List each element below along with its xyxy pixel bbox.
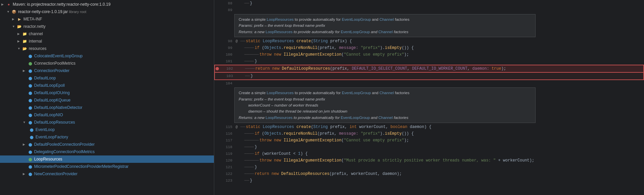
code-line-122: 122 ————return new DefaultLoopResources(…	[214, 171, 644, 177]
default-loop-item[interactable]: ⬤ DefaultLoop	[0, 74, 214, 82]
default-loop-resources-item[interactable]: ⬤ DefaultLoopResources	[0, 119, 214, 126]
maven-header[interactable]: ● Maven: io.projectreactor.netty:reactor…	[0, 1, 214, 8]
line-number: 118	[226, 145, 232, 149]
line-number: 89	[228, 8, 232, 12]
javadoc-link: Channel	[378, 116, 393, 120]
line-gutter-104: 104	[214, 81, 234, 85]
package-icon: 📁	[22, 39, 27, 44]
code-text: ————}	[243, 164, 257, 171]
line-gutter-99: 99	[214, 46, 234, 50]
javadoc-param-label: Params: prefix – the event loop thread n…	[239, 23, 325, 27]
line-gutter-119: 119	[214, 152, 234, 156]
class-icon: ⬤	[27, 75, 33, 81]
reactor-netty-item[interactable]: 📂 reactor.netty	[0, 23, 214, 30]
code-line-121: 121 ————}	[214, 164, 644, 171]
javadoc-text: and	[371, 91, 380, 95]
meta-inf-item[interactable]: ▶ META-INF	[0, 15, 214, 23]
default-loop-nio-item[interactable]: ⬤ DefaultLoopNIO	[0, 111, 214, 119]
code-text: ————if (Objects.requireNonNull(prefix, m…	[243, 45, 414, 51]
package-icon: 📁	[22, 31, 27, 37]
colocated-item[interactable]: ⬤ ColocatedEventLoopGroup	[0, 52, 214, 60]
colocated-label: ColocatedEventLoopGroup	[34, 54, 83, 58]
delegating-item[interactable]: ⬤ DelegatingConnectionPoolMetrics	[0, 148, 214, 155]
annotation-space	[236, 74, 242, 78]
file-tree-sidebar[interactable]: ● Maven: io.projectreactor.netty:reactor…	[0, 0, 214, 195]
line-gutter-115: 115	[214, 125, 234, 129]
code-content-area: 88 ——} 89 Create a simple LoopResources …	[214, 0, 644, 184]
javadoc-returns-2: Returns: a new LoopResources to provide …	[239, 115, 531, 121]
line-gutter-89: 89	[214, 8, 234, 12]
javadoc-params-2c: daemon – should the thread be released o…	[239, 108, 531, 114]
annotation-space	[236, 179, 242, 183]
default-loop-nio-label: DefaultLoopNIO	[34, 113, 63, 117]
javadoc-param-label: workerCount – number of worker threads	[239, 103, 318, 107]
code-panel: 88 ——} 89 Create a simple LoopResources …	[214, 0, 644, 195]
new-conn-provider-item[interactable]: ⬤ NewConnectionProvider	[0, 170, 214, 178]
micrometer-item[interactable]: ⬤ MicrometerPooledConnectionProviderMete…	[0, 163, 214, 170]
code-text	[243, 7, 247, 13]
class-icon: ⬤	[27, 68, 33, 73]
class-icon: ⬤	[29, 134, 34, 140]
arrow-icon	[12, 17, 17, 21]
code-line-100: 100 ——————throw new IllegalArgumentExcep…	[214, 51, 644, 58]
javadoc-box-2: Create a simple LoopResources to provide…	[234, 87, 536, 123]
code-line-123: 123 ——}	[214, 177, 644, 184]
conn-pool-metrics-item[interactable]: ⬤ ConnectionPoolMetrics	[0, 60, 214, 67]
code-text: ————}	[243, 58, 257, 65]
loop-resources-item[interactable]: ⬤ LoopResources	[0, 155, 214, 163]
delegating-label: DelegatingConnectionPoolMetrics	[34, 149, 95, 154]
code-line-120: 120 ——————throw new IllegalArgumentExcep…	[214, 157, 644, 164]
annotation-space	[236, 82, 242, 85]
code-text: ——}	[243, 0, 252, 7]
javadoc-text: factories	[394, 91, 410, 95]
code-line-98: 98 @ ——static LoopResources create(Strin…	[214, 38, 644, 45]
javadoc-return-label: Returns: a new	[239, 30, 266, 34]
javadoc-text: to provide automatically for	[294, 91, 342, 95]
arrow-icon	[17, 40, 22, 43]
javadoc-return-text: and	[370, 30, 379, 34]
code-text: ————if (workerCount < 1) {	[243, 150, 308, 157]
line-gutter-100: 100	[214, 53, 234, 57]
class-icon: ⬤	[27, 105, 33, 110]
eventloop-factory-item[interactable]: ⬤ EventLoopFactory	[0, 133, 214, 141]
channel-item[interactable]: 📁 channel	[0, 30, 214, 38]
code-line-119: 119 ————if (workerCount < 1) {	[214, 150, 644, 157]
default-loop-kqueue-item[interactable]: ⬤ DefaultLoopKQueue	[0, 96, 214, 104]
line-gutter-103: 103	[215, 74, 235, 78]
internal-item[interactable]: 📁 internal	[0, 38, 214, 45]
line-number: 119	[226, 152, 232, 156]
line-number: 88	[228, 1, 232, 5]
code-text: ——static LoopResources create(String pre…	[239, 38, 352, 45]
annotation-space	[236, 159, 242, 162]
line-number: 122	[226, 172, 232, 176]
jar-root-item[interactable]: 📦 reactor-netty-core-1.0.19.jar library …	[0, 8, 214, 15]
eventloop-item[interactable]: ⬤ EventLoop	[0, 126, 214, 133]
resources-item[interactable]: 📂 resources	[0, 45, 214, 52]
internal-label: internal	[29, 39, 42, 44]
class-icon: ⬤	[27, 149, 33, 154]
default-loop-iouring-label: DefaultLoopIOUring	[34, 90, 70, 95]
class-icon: ⬤	[27, 142, 33, 147]
default-loop-native-item[interactable]: ⬤ DefaultLoopNativeDetector	[0, 104, 214, 111]
code-scroll-area[interactable]: 88 ——} 89 Create a simple LoopResources …	[214, 0, 644, 195]
conn-provider-item[interactable]: ⬤ ConnectionProvider	[0, 67, 214, 74]
default-pooled-item[interactable]: ⬤ DefaultPooledConnectionProvider	[0, 141, 214, 148]
class-icon: ⬤	[27, 112, 33, 118]
package-icon: 📂	[17, 24, 22, 29]
default-loop-epoll-item[interactable]: ⬤ DefaultLoopEpoll	[0, 82, 214, 89]
line-gutter-88: 88	[214, 1, 234, 5]
annotation-space	[236, 60, 242, 63]
javadoc-return-text: factories	[393, 30, 408, 34]
code-line-115: 115 @ ——static LoopResources create(Stri…	[214, 124, 644, 130]
code-line-88: 88 ——}	[214, 0, 644, 7]
eventloop-label: EventLoop	[35, 127, 55, 132]
line-number: 98	[228, 39, 232, 43]
code-text: ————return new DefaultLoopResources(pref…	[244, 65, 506, 72]
code-text	[243, 80, 247, 87]
line-number: 102	[226, 67, 233, 71]
default-loop-iouring-item[interactable]: ⬤ DefaultLoopIOUring	[0, 89, 214, 96]
line-number: 116	[226, 132, 232, 136]
line-number: 121	[226, 165, 232, 169]
line-number: 104	[226, 81, 232, 85]
resources-label: resources	[29, 46, 47, 51]
